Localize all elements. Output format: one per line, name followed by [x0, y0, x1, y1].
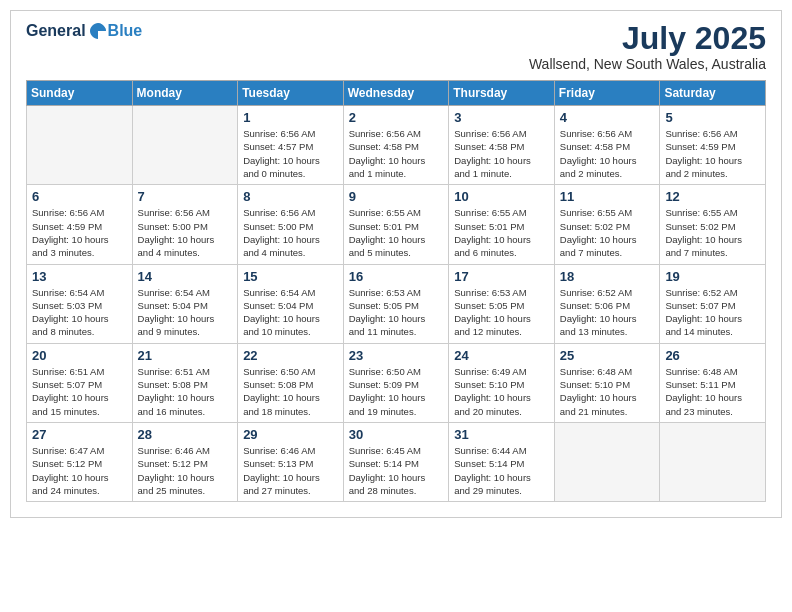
- logo-icon: [88, 21, 108, 41]
- calendar-cell-w3-d6: 18Sunrise: 6:52 AM Sunset: 5:06 PM Dayli…: [554, 264, 660, 343]
- day-number: 31: [454, 427, 549, 442]
- day-number: 26: [665, 348, 760, 363]
- calendar-cell-w2-d1: 6Sunrise: 6:56 AM Sunset: 4:59 PM Daylig…: [27, 185, 133, 264]
- calendar-cell-w5-d7: [660, 422, 766, 501]
- calendar-cell-w3-d2: 14Sunrise: 6:54 AM Sunset: 5:04 PM Dayli…: [132, 264, 238, 343]
- day-number: 28: [138, 427, 233, 442]
- calendar-page: General Blue July 2025 Wallsend, New Sou…: [10, 10, 782, 518]
- days-header-row: Sunday Monday Tuesday Wednesday Thursday…: [27, 81, 766, 106]
- day-info: Sunrise: 6:56 AM Sunset: 5:00 PM Dayligh…: [138, 206, 233, 259]
- week-row-4: 20Sunrise: 6:51 AM Sunset: 5:07 PM Dayli…: [27, 343, 766, 422]
- header: General Blue July 2025 Wallsend, New Sou…: [26, 21, 766, 72]
- logo-blue: Blue: [108, 22, 143, 40]
- week-row-3: 13Sunrise: 6:54 AM Sunset: 5:03 PM Dayli…: [27, 264, 766, 343]
- month-year-title: July 2025: [529, 21, 766, 56]
- calendar-cell-w1-d4: 2Sunrise: 6:56 AM Sunset: 4:58 PM Daylig…: [343, 106, 449, 185]
- day-number: 3: [454, 110, 549, 125]
- calendar-cell-w3-d4: 16Sunrise: 6:53 AM Sunset: 5:05 PM Dayli…: [343, 264, 449, 343]
- day-info: Sunrise: 6:55 AM Sunset: 5:01 PM Dayligh…: [454, 206, 549, 259]
- calendar-cell-w2-d4: 9Sunrise: 6:55 AM Sunset: 5:01 PM Daylig…: [343, 185, 449, 264]
- calendar-cell-w2-d5: 10Sunrise: 6:55 AM Sunset: 5:01 PM Dayli…: [449, 185, 555, 264]
- calendar-cell-w4-d1: 20Sunrise: 6:51 AM Sunset: 5:07 PM Dayli…: [27, 343, 133, 422]
- header-sunday: Sunday: [27, 81, 133, 106]
- calendar-cell-w4-d3: 22Sunrise: 6:50 AM Sunset: 5:08 PM Dayli…: [238, 343, 344, 422]
- week-row-5: 27Sunrise: 6:47 AM Sunset: 5:12 PM Dayli…: [27, 422, 766, 501]
- day-number: 25: [560, 348, 655, 363]
- calendar-cell-w4-d6: 25Sunrise: 6:48 AM Sunset: 5:10 PM Dayli…: [554, 343, 660, 422]
- calendar-cell-w1-d5: 3Sunrise: 6:56 AM Sunset: 4:58 PM Daylig…: [449, 106, 555, 185]
- day-number: 4: [560, 110, 655, 125]
- week-row-1: 1Sunrise: 6:56 AM Sunset: 4:57 PM Daylig…: [27, 106, 766, 185]
- day-info: Sunrise: 6:56 AM Sunset: 4:59 PM Dayligh…: [665, 127, 760, 180]
- calendar-cell-w4-d7: 26Sunrise: 6:48 AM Sunset: 5:11 PM Dayli…: [660, 343, 766, 422]
- calendar-cell-w2-d6: 11Sunrise: 6:55 AM Sunset: 5:02 PM Dayli…: [554, 185, 660, 264]
- calendar-cell-w2-d2: 7Sunrise: 6:56 AM Sunset: 5:00 PM Daylig…: [132, 185, 238, 264]
- calendar-cell-w2-d3: 8Sunrise: 6:56 AM Sunset: 5:00 PM Daylig…: [238, 185, 344, 264]
- calendar-cell-w5-d2: 28Sunrise: 6:46 AM Sunset: 5:12 PM Dayli…: [132, 422, 238, 501]
- day-number: 12: [665, 189, 760, 204]
- day-number: 29: [243, 427, 338, 442]
- day-info: Sunrise: 6:50 AM Sunset: 5:08 PM Dayligh…: [243, 365, 338, 418]
- calendar-cell-w4-d2: 21Sunrise: 6:51 AM Sunset: 5:08 PM Dayli…: [132, 343, 238, 422]
- header-wednesday: Wednesday: [343, 81, 449, 106]
- header-saturday: Saturday: [660, 81, 766, 106]
- day-info: Sunrise: 6:54 AM Sunset: 5:03 PM Dayligh…: [32, 286, 127, 339]
- day-info: Sunrise: 6:46 AM Sunset: 5:13 PM Dayligh…: [243, 444, 338, 497]
- header-friday: Friday: [554, 81, 660, 106]
- day-number: 24: [454, 348, 549, 363]
- calendar-cell-w5-d4: 30Sunrise: 6:45 AM Sunset: 5:14 PM Dayli…: [343, 422, 449, 501]
- day-info: Sunrise: 6:56 AM Sunset: 4:58 PM Dayligh…: [349, 127, 444, 180]
- day-info: Sunrise: 6:54 AM Sunset: 5:04 PM Dayligh…: [243, 286, 338, 339]
- logo-general: General: [26, 22, 86, 40]
- day-info: Sunrise: 6:55 AM Sunset: 5:02 PM Dayligh…: [665, 206, 760, 259]
- day-number: 2: [349, 110, 444, 125]
- week-row-2: 6Sunrise: 6:56 AM Sunset: 4:59 PM Daylig…: [27, 185, 766, 264]
- day-info: Sunrise: 6:50 AM Sunset: 5:09 PM Dayligh…: [349, 365, 444, 418]
- day-info: Sunrise: 6:51 AM Sunset: 5:08 PM Dayligh…: [138, 365, 233, 418]
- day-info: Sunrise: 6:56 AM Sunset: 5:00 PM Dayligh…: [243, 206, 338, 259]
- day-number: 8: [243, 189, 338, 204]
- calendar-cell-w5-d6: [554, 422, 660, 501]
- day-number: 17: [454, 269, 549, 284]
- day-number: 23: [349, 348, 444, 363]
- day-number: 20: [32, 348, 127, 363]
- calendar-cell-w1-d7: 5Sunrise: 6:56 AM Sunset: 4:59 PM Daylig…: [660, 106, 766, 185]
- day-info: Sunrise: 6:51 AM Sunset: 5:07 PM Dayligh…: [32, 365, 127, 418]
- header-tuesday: Tuesday: [238, 81, 344, 106]
- calendar-cell-w3-d1: 13Sunrise: 6:54 AM Sunset: 5:03 PM Dayli…: [27, 264, 133, 343]
- day-number: 30: [349, 427, 444, 442]
- header-thursday: Thursday: [449, 81, 555, 106]
- calendar-cell-w5-d3: 29Sunrise: 6:46 AM Sunset: 5:13 PM Dayli…: [238, 422, 344, 501]
- day-info: Sunrise: 6:48 AM Sunset: 5:11 PM Dayligh…: [665, 365, 760, 418]
- day-info: Sunrise: 6:56 AM Sunset: 4:57 PM Dayligh…: [243, 127, 338, 180]
- day-info: Sunrise: 6:53 AM Sunset: 5:05 PM Dayligh…: [454, 286, 549, 339]
- calendar-cell-w3-d5: 17Sunrise: 6:53 AM Sunset: 5:05 PM Dayli…: [449, 264, 555, 343]
- day-number: 9: [349, 189, 444, 204]
- day-info: Sunrise: 6:52 AM Sunset: 5:07 PM Dayligh…: [665, 286, 760, 339]
- day-number: 22: [243, 348, 338, 363]
- day-info: Sunrise: 6:55 AM Sunset: 5:02 PM Dayligh…: [560, 206, 655, 259]
- day-info: Sunrise: 6:48 AM Sunset: 5:10 PM Dayligh…: [560, 365, 655, 418]
- calendar-cell-w3-d3: 15Sunrise: 6:54 AM Sunset: 5:04 PM Dayli…: [238, 264, 344, 343]
- day-number: 13: [32, 269, 127, 284]
- day-number: 6: [32, 189, 127, 204]
- calendar-cell-w5-d1: 27Sunrise: 6:47 AM Sunset: 5:12 PM Dayli…: [27, 422, 133, 501]
- day-info: Sunrise: 6:47 AM Sunset: 5:12 PM Dayligh…: [32, 444, 127, 497]
- day-info: Sunrise: 6:46 AM Sunset: 5:12 PM Dayligh…: [138, 444, 233, 497]
- calendar-cell-w2-d7: 12Sunrise: 6:55 AM Sunset: 5:02 PM Dayli…: [660, 185, 766, 264]
- day-info: Sunrise: 6:45 AM Sunset: 5:14 PM Dayligh…: [349, 444, 444, 497]
- day-number: 16: [349, 269, 444, 284]
- day-info: Sunrise: 6:49 AM Sunset: 5:10 PM Dayligh…: [454, 365, 549, 418]
- calendar-cell-w1-d3: 1Sunrise: 6:56 AM Sunset: 4:57 PM Daylig…: [238, 106, 344, 185]
- calendar-table: Sunday Monday Tuesday Wednesday Thursday…: [26, 80, 766, 502]
- day-number: 27: [32, 427, 127, 442]
- calendar-cell-w3-d7: 19Sunrise: 6:52 AM Sunset: 5:07 PM Dayli…: [660, 264, 766, 343]
- title-block: July 2025 Wallsend, New South Wales, Aus…: [529, 21, 766, 72]
- day-info: Sunrise: 6:54 AM Sunset: 5:04 PM Dayligh…: [138, 286, 233, 339]
- day-number: 10: [454, 189, 549, 204]
- day-number: 7: [138, 189, 233, 204]
- day-info: Sunrise: 6:56 AM Sunset: 4:58 PM Dayligh…: [454, 127, 549, 180]
- calendar-cell-w4-d4: 23Sunrise: 6:50 AM Sunset: 5:09 PM Dayli…: [343, 343, 449, 422]
- calendar-cell-w1-d6: 4Sunrise: 6:56 AM Sunset: 4:58 PM Daylig…: [554, 106, 660, 185]
- day-info: Sunrise: 6:52 AM Sunset: 5:06 PM Dayligh…: [560, 286, 655, 339]
